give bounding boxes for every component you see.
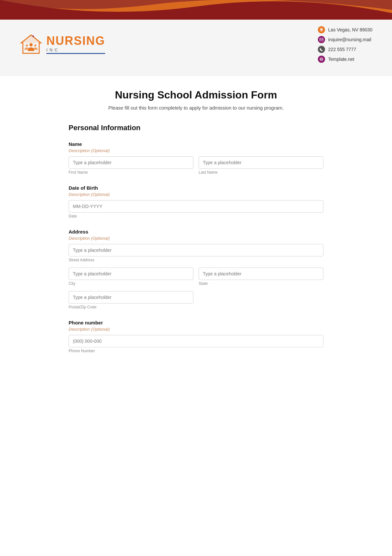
state-input[interactable] (199, 268, 323, 280)
city-input[interactable] (69, 268, 193, 280)
name-field-group: Name Description (Optional) First Name L… (69, 141, 323, 175)
zip-input[interactable] (69, 291, 193, 304)
svg-point-7 (320, 29, 322, 30)
form-subtitle: Please fill out this form completely to … (69, 105, 323, 111)
contact-info: Las Vegas, NV 89030 inquire@nursing.mail (318, 26, 372, 63)
header-content: + NURSING INC Las Vegas, (0, 20, 392, 69)
svg-point-4 (26, 44, 28, 47)
city-wrap: City (69, 268, 193, 286)
dob-description: Description (Optional) (69, 192, 323, 197)
logo-inc: INC (46, 47, 105, 54)
form-title: Nursing School Admission Form (69, 89, 323, 101)
phone-text: 222 555 7777 (328, 47, 356, 52)
name-description: Description (Optional) (69, 148, 323, 153)
header-banner (0, 0, 392, 20)
city-sublabel: City (69, 281, 193, 286)
street-sublabel: Street Address (69, 258, 323, 262)
last-name-sublabel: Last Name (199, 170, 323, 175)
logo-icon: + (20, 33, 42, 56)
last-name-input[interactable] (199, 156, 323, 169)
contact-row-email: inquire@nursing.mail (318, 36, 372, 43)
svg-point-3 (29, 43, 33, 46)
web-text: Template.net (328, 57, 354, 62)
name-label: Name (69, 141, 323, 147)
logo-wrapper: + NURSING INC (20, 33, 105, 56)
phone-field-group: Phone number Description (Optional) Phon… (69, 320, 323, 353)
location-icon (318, 26, 325, 33)
state-wrap: State (199, 268, 323, 286)
phone-description: Description (Optional) (69, 327, 323, 332)
first-name-sublabel: First Name (69, 170, 193, 175)
first-name-wrap: First Name (69, 156, 193, 175)
contact-row-location: Las Vegas, NV 89030 (318, 26, 372, 33)
city-state-row: City State (69, 268, 323, 286)
last-name-wrap: Last Name (199, 156, 323, 175)
svg-point-5 (34, 44, 37, 47)
dob-sublabel: Date (69, 214, 323, 218)
section-personal-title: Personal Information (69, 124, 323, 133)
name-row: First Name Last Name (69, 156, 323, 175)
email-icon (318, 36, 325, 43)
phone-icon (318, 46, 325, 53)
logo-text-area: NURSING INC (46, 35, 105, 54)
dob-input[interactable] (69, 200, 323, 213)
street-input[interactable] (69, 244, 323, 256)
contact-row-phone: 222 555 7777 (318, 46, 372, 53)
phone-sublabel: Phone Number (69, 349, 323, 353)
page-header: + NURSING INC Las Vegas, (0, 0, 392, 76)
first-name-input[interactable] (69, 156, 193, 169)
svg-text:+: + (32, 34, 34, 39)
street-wrap: Street Address (69, 244, 323, 262)
dob-field-group: Date of Birth Description (Optional) Dat… (69, 185, 323, 218)
form-container: Nursing School Admission Form Please fil… (49, 76, 343, 377)
address-label: Address (69, 229, 323, 235)
phone-label: Phone number (69, 320, 323, 325)
phone-input[interactable] (69, 335, 323, 347)
zip-row: Postal/Zip Code (69, 291, 323, 309)
svg-rect-8 (320, 38, 323, 41)
svg-marker-2 (22, 36, 40, 43)
zip-wrap: Postal/Zip Code (69, 291, 193, 309)
zip-sublabel: Postal/Zip Code (69, 305, 193, 309)
address-description: Description (Optional) (69, 236, 323, 241)
logo-area: + NURSING INC (20, 33, 105, 56)
web-icon (318, 56, 325, 63)
address-field-group: Address Description (Optional) Street Ad… (69, 229, 323, 309)
logo-name: NURSING (46, 35, 105, 47)
email-text: inquire@nursing.mail (328, 37, 371, 42)
dob-label: Date of Birth (69, 185, 323, 191)
contact-row-web: Template.net (318, 56, 372, 63)
dob-wrap: Date (69, 200, 323, 218)
phone-wrap: Phone Number (69, 335, 323, 353)
location-text: Las Vegas, NV 89030 (328, 27, 372, 32)
state-sublabel: State (199, 281, 323, 286)
